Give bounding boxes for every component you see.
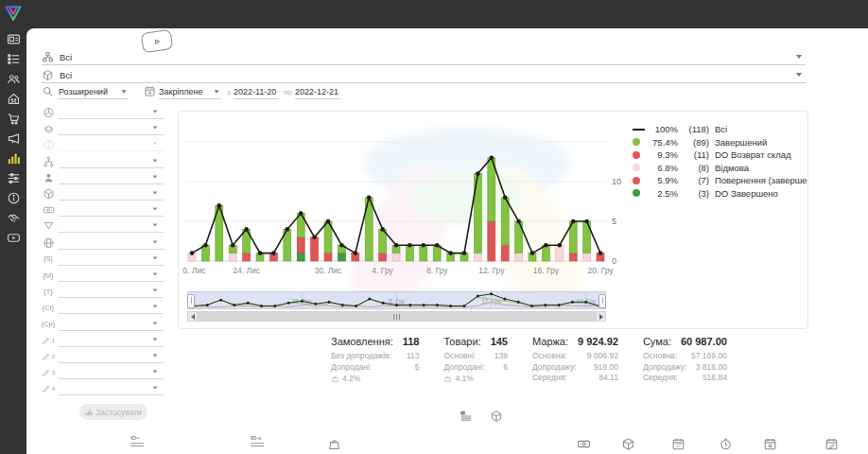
dot-swatch [633,177,648,184]
filter-select-1[interactable] [42,104,164,119]
sidebar-item-marketing[interactable] [7,131,21,146]
svg-text:20. Гру: 20. Гру [587,266,614,275]
apply-label: Застосувати [95,408,142,417]
view-products-button[interactable] [490,410,503,423]
list-icon [7,52,21,66]
col-time-icon[interactable] [719,437,733,451]
filter-select-9[interactable] [42,235,164,250]
legend-item[interactable]: 2.5%(3)DO Завершено [633,187,808,201]
filter-select-8[interactable] [42,218,164,233]
sidebar-item-company[interactable] [7,92,21,106]
from-label: з [227,88,231,96]
filter-select-14[interactable]: {Cp} [42,316,164,331]
orders-chart[interactable]: 051020. Лис24. Лис30. Лис4. Гру8. Гру12.… [182,117,627,286]
stat-value: 9 924.92 [578,336,618,347]
filter-select-3[interactable] [42,136,164,151]
card-icon [7,32,21,46]
home-icon [7,92,21,106]
sidebar-item-video[interactable] [7,231,21,245]
filter-select-16[interactable]: 2 [42,348,164,363]
legend-item[interactable]: 75.4%(89)Завершений [633,136,808,149]
sidebar-item-statistics[interactable] [7,151,21,166]
view-toggles [460,410,503,423]
search-mode-select[interactable]: Розширений [59,84,129,99]
col-id-icon[interactable]: ID= [130,436,144,446]
chevron-down-icon [153,159,158,162]
filter-select-13[interactable]: {Ct} [42,299,164,314]
filter-select-10[interactable]: {S} [42,251,164,266]
col-money-icon[interactable] [577,437,591,451]
globe-icon [42,236,55,250]
chevron-down-icon [153,191,158,194]
svg-text:24. Лис: 24. Лис [233,266,261,275]
stat-value: 145 [491,336,508,347]
filter-select-15[interactable]: 1 [42,332,164,347]
upsell-rate: 4.1% [443,373,508,384]
filter-select-5[interactable] [42,169,164,184]
stat-subrow: Середня:84.11 [532,373,618,384]
scroll-right-icon[interactable] [597,312,605,321]
filter-select-11[interactable]: {M} [42,267,164,282]
chevron-down-icon [153,175,158,178]
dot-swatch [633,138,648,146]
app-logo[interactable] [4,4,23,23]
filter-select-4[interactable] [42,153,164,168]
col-date-pin-icon[interactable] [763,437,777,451]
product-select[interactable]: Всі [42,67,806,83]
sidebar-item-settings[interactable] [7,171,21,185]
apply-button[interactable]: Застосувати [79,404,148,420]
search-mode-value: Розширений [59,87,108,96]
date-from-input[interactable]: 2022-11-20 [234,84,279,99]
chevron-down-icon [153,387,158,390]
filter-select-6[interactable] [42,185,164,201]
sidebar-item-info[interactable] [7,191,21,205]
sidebar [0,0,26,454]
stats-column-3: Маржа:9 924.92Основна:9 006.92Допродажу:… [532,336,618,384]
filter-select-17[interactable]: 3 [42,364,164,379]
video-icon [7,231,21,245]
legend-item[interactable]: 5.9%(7)Повернення (завершений) [633,174,808,187]
handshake-icon [7,211,21,225]
period-select[interactable]: Закріплене [159,84,221,99]
stat-subrow: Основні:139 [443,351,508,362]
col-date-icon[interactable] [671,437,686,451]
chevron-down-icon [214,90,218,93]
chevron-down-icon [153,208,158,211]
navigator-handle-left[interactable] [187,294,195,308]
col-bag-icon[interactable] [327,437,341,451]
legend-item[interactable]: 9.3%(11)DO Возврат склад [633,148,808,162]
sidebar-item-orders[interactable] [7,112,21,126]
chart-scrollbar[interactable] [187,311,606,322]
stat-value: 118 [403,336,420,347]
chevron-down-icon [796,73,802,77]
sidebar-item-dashboard[interactable] [7,32,21,46]
svg-text:5: 5 [612,217,616,226]
filter-select-18[interactable]: 4 [42,380,164,395]
chart-icon [7,151,21,166]
scroll-left-icon[interactable] [188,312,197,321]
select-value: Всі [60,52,72,62]
sidebar-item-tasks[interactable] [7,52,21,66]
col-product-icon[interactable] [621,437,635,451]
legend-item[interactable]: 100%(118)Всі [633,123,808,136]
svg-text:20. Лис: 20. Лис [182,266,206,275]
filter-select-12[interactable]: {T} [42,283,164,298]
filter-select-2[interactable] [42,120,164,135]
col-date-edit-icon[interactable] [825,437,839,451]
status-tree-select[interactable]: Всі [42,49,806,65]
cube-icon [490,410,503,423]
legend-item[interactable]: 6.8%(8)Відмова [633,162,808,175]
select-value: Всі [60,70,72,80]
chart-navigator[interactable]: 28. Лис5. Гру12. Гру19. Гру [187,291,606,309]
sidebar-item-partners[interactable] [7,211,21,225]
play-icon [149,34,165,49]
navigator-handle-right[interactable] [599,294,606,308]
date-to-input[interactable]: 2022-12-21 [295,84,340,99]
view-list-button[interactable] [460,410,473,423]
scrollbar-grip[interactable] [197,312,597,321]
chevron-down-icon [796,55,802,59]
sidebar-item-clients[interactable] [7,72,21,86]
filter-select-7[interactable] [42,201,164,217]
col-id-o-icon[interactable]: ID-o [251,436,264,446]
dot-swatch [633,151,648,159]
